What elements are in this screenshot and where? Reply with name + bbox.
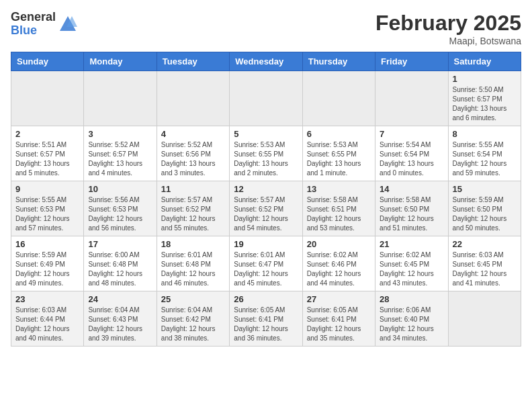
calendar-day-cell: 26Sunrise: 6:05 AM Sunset: 6:41 PM Dayli…	[230, 291, 302, 347]
calendar-day-cell: 16Sunrise: 5:59 AM Sunset: 6:49 PM Dayli…	[11, 236, 84, 291]
day-info: Sunrise: 6:04 AM Sunset: 6:43 PM Dayligh…	[88, 306, 152, 343]
day-info: Sunrise: 6:01 AM Sunset: 6:47 PM Dayligh…	[234, 250, 298, 288]
calendar-day-cell: 8Sunrise: 5:55 AM Sunset: 6:54 PM Daylig…	[448, 126, 521, 181]
day-number: 7	[380, 129, 443, 139]
day-number: 21	[380, 239, 443, 249]
day-number: 18	[161, 239, 225, 249]
calendar-day-cell: 15Sunrise: 5:59 AM Sunset: 6:50 PM Dayli…	[448, 181, 521, 236]
day-info: Sunrise: 5:57 AM Sunset: 6:52 PM Dayligh…	[161, 195, 225, 233]
day-info: Sunrise: 6:04 AM Sunset: 6:42 PM Dayligh…	[161, 306, 225, 343]
day-number: 14	[380, 184, 443, 194]
calendar-day-cell: 5Sunrise: 5:53 AM Sunset: 6:55 PM Daylig…	[230, 126, 302, 181]
calendar-day-cell: 24Sunrise: 6:04 AM Sunset: 6:43 PM Dayli…	[84, 291, 157, 347]
calendar-day-cell: 23Sunrise: 6:03 AM Sunset: 6:44 PM Dayli…	[11, 291, 84, 347]
calendar-day-cell: 25Sunrise: 6:04 AM Sunset: 6:42 PM Dayli…	[157, 291, 229, 347]
calendar-day-cell: 17Sunrise: 6:00 AM Sunset: 6:48 PM Dayli…	[84, 236, 157, 291]
calendar-day-cell: 22Sunrise: 6:03 AM Sunset: 6:45 PM Dayli…	[448, 236, 521, 291]
day-info: Sunrise: 6:02 AM Sunset: 6:45 PM Dayligh…	[380, 250, 443, 288]
calendar-day-cell: 18Sunrise: 6:01 AM Sunset: 6:48 PM Dayli…	[157, 236, 229, 291]
calendar-day-cell: 28Sunrise: 6:06 AM Sunset: 6:40 PM Dayli…	[375, 291, 448, 347]
day-number: 23	[15, 294, 79, 304]
calendar-subtitle: Maapi, Botswana	[375, 36, 521, 46]
calendar-day-cell	[230, 71, 302, 126]
calendar-day-cell: 10Sunrise: 5:56 AM Sunset: 6:53 PM Dayli…	[84, 181, 157, 236]
weekday-header-wednesday: Wednesday	[230, 52, 302, 71]
calendar-week-row: 16Sunrise: 5:59 AM Sunset: 6:49 PM Dayli…	[11, 236, 521, 291]
day-number: 22	[453, 239, 517, 249]
calendar-day-cell: 2Sunrise: 5:51 AM Sunset: 6:57 PM Daylig…	[11, 126, 84, 181]
title-section: February 2025 Maapi, Botswana	[375, 11, 521, 46]
day-number: 16	[15, 239, 79, 249]
day-number: 1	[453, 74, 517, 84]
calendar-day-cell	[84, 71, 157, 126]
calendar-day-cell: 11Sunrise: 5:57 AM Sunset: 6:52 PM Dayli…	[157, 181, 229, 236]
day-info: Sunrise: 5:59 AM Sunset: 6:49 PM Dayligh…	[15, 250, 79, 288]
day-number: 13	[307, 184, 371, 194]
weekday-header-tuesday: Tuesday	[157, 52, 229, 71]
day-number: 9	[15, 184, 79, 194]
day-info: Sunrise: 5:53 AM Sunset: 6:55 PM Dayligh…	[234, 140, 298, 178]
day-info: Sunrise: 6:05 AM Sunset: 6:41 PM Dayligh…	[234, 306, 298, 343]
calendar-day-cell: 21Sunrise: 6:02 AM Sunset: 6:45 PM Dayli…	[375, 236, 448, 291]
weekday-header-thursday: Thursday	[302, 52, 375, 71]
day-number: 2	[15, 129, 79, 139]
day-info: Sunrise: 5:54 AM Sunset: 6:54 PM Dayligh…	[380, 140, 443, 178]
calendar-day-cell: 20Sunrise: 6:02 AM Sunset: 6:46 PM Dayli…	[302, 236, 375, 291]
calendar-week-row: 23Sunrise: 6:03 AM Sunset: 6:44 PM Dayli…	[11, 291, 521, 347]
day-info: Sunrise: 5:53 AM Sunset: 6:55 PM Dayligh…	[307, 140, 371, 178]
day-number: 19	[234, 239, 298, 249]
day-number: 26	[234, 294, 298, 304]
weekday-header-monday: Monday	[84, 52, 157, 71]
day-info: Sunrise: 5:55 AM Sunset: 6:53 PM Dayligh…	[15, 195, 79, 233]
logo-general-text: General	[11, 11, 56, 24]
calendar-day-cell	[375, 71, 448, 126]
weekday-header-row: SundayMondayTuesdayWednesdayThursdayFrid…	[11, 52, 521, 71]
day-info: Sunrise: 5:52 AM Sunset: 6:56 PM Dayligh…	[161, 140, 225, 178]
calendar-table: SundayMondayTuesdayWednesdayThursdayFrid…	[11, 52, 521, 347]
day-info: Sunrise: 5:50 AM Sunset: 6:57 PM Dayligh…	[453, 85, 517, 123]
calendar-title: February 2025	[375, 11, 521, 36]
day-info: Sunrise: 5:56 AM Sunset: 6:53 PM Dayligh…	[88, 195, 152, 233]
calendar-day-cell	[11, 71, 84, 126]
calendar-week-row: 1Sunrise: 5:50 AM Sunset: 6:57 PM Daylig…	[11, 71, 521, 126]
calendar-day-cell	[157, 71, 229, 126]
day-info: Sunrise: 5:58 AM Sunset: 6:50 PM Dayligh…	[380, 195, 443, 233]
day-info: Sunrise: 5:52 AM Sunset: 6:57 PM Dayligh…	[88, 140, 152, 178]
logo: General Blue	[11, 11, 77, 38]
page-header: General Blue February 2025 Maapi, Botswa…	[11, 11, 521, 46]
day-number: 20	[307, 239, 371, 249]
weekday-header-saturday: Saturday	[448, 52, 521, 71]
calendar-day-cell: 3Sunrise: 5:52 AM Sunset: 6:57 PM Daylig…	[84, 126, 157, 181]
weekday-header-sunday: Sunday	[11, 52, 84, 71]
calendar-day-cell: 19Sunrise: 6:01 AM Sunset: 6:47 PM Dayli…	[230, 236, 302, 291]
calendar-day-cell: 4Sunrise: 5:52 AM Sunset: 6:56 PM Daylig…	[157, 126, 229, 181]
day-info: Sunrise: 6:06 AM Sunset: 6:40 PM Dayligh…	[380, 306, 443, 343]
day-info: Sunrise: 5:58 AM Sunset: 6:51 PM Dayligh…	[307, 195, 371, 233]
day-number: 24	[88, 294, 152, 304]
day-number: 12	[234, 184, 298, 194]
calendar-day-cell	[302, 71, 375, 126]
day-number: 10	[88, 184, 152, 194]
day-number: 28	[380, 294, 443, 304]
day-number: 5	[234, 129, 298, 139]
day-info: Sunrise: 6:01 AM Sunset: 6:48 PM Dayligh…	[161, 250, 225, 288]
day-info: Sunrise: 6:03 AM Sunset: 6:44 PM Dayligh…	[15, 306, 79, 343]
calendar-day-cell: 9Sunrise: 5:55 AM Sunset: 6:53 PM Daylig…	[11, 181, 84, 236]
calendar-day-cell: 14Sunrise: 5:58 AM Sunset: 6:50 PM Dayli…	[375, 181, 448, 236]
day-info: Sunrise: 6:05 AM Sunset: 6:41 PM Dayligh…	[307, 306, 371, 343]
calendar-day-cell: 6Sunrise: 5:53 AM Sunset: 6:55 PM Daylig…	[302, 126, 375, 181]
day-number: 25	[161, 294, 225, 304]
day-number: 6	[307, 129, 371, 139]
weekday-header-friday: Friday	[375, 52, 448, 71]
calendar-week-row: 2Sunrise: 5:51 AM Sunset: 6:57 PM Daylig…	[11, 126, 521, 181]
day-number: 17	[88, 239, 152, 249]
day-number: 8	[453, 129, 517, 139]
day-info: Sunrise: 5:57 AM Sunset: 6:52 PM Dayligh…	[234, 195, 298, 233]
day-number: 15	[453, 184, 517, 194]
day-info: Sunrise: 5:55 AM Sunset: 6:54 PM Dayligh…	[453, 140, 517, 178]
day-info: Sunrise: 6:02 AM Sunset: 6:46 PM Dayligh…	[307, 250, 371, 288]
calendar-day-cell: 27Sunrise: 6:05 AM Sunset: 6:41 PM Dayli…	[302, 291, 375, 347]
day-number: 3	[88, 129, 152, 139]
day-number: 11	[161, 184, 225, 194]
day-number: 27	[307, 294, 371, 304]
